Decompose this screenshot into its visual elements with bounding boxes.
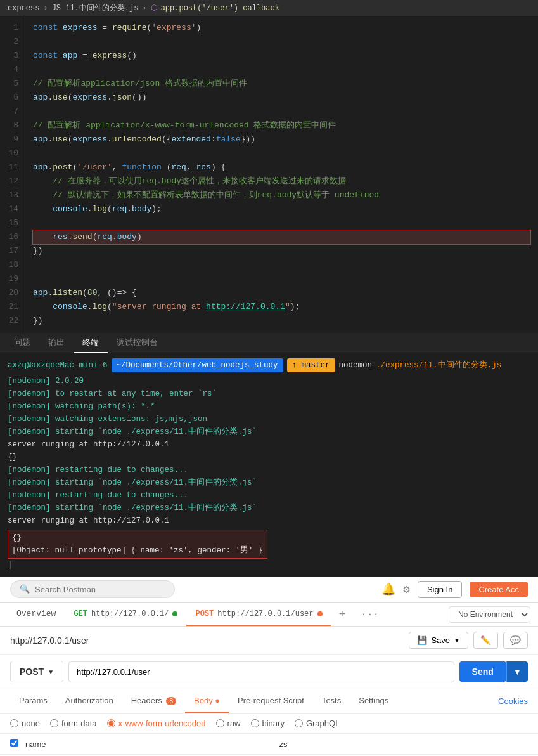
more-tabs-button[interactable]: ··· xyxy=(353,604,387,625)
terminal-tab-output[interactable]: 输出 xyxy=(39,333,74,353)
opt-binary[interactable]: binary xyxy=(251,719,285,728)
terminal-prompt: axzq@axzqdeMac-mini-6 ~/Documents/Other/… xyxy=(8,358,530,372)
code-line-8: // 配置解析 application/x-www-form-urlencode… xyxy=(33,119,530,133)
terminal-tab-debug[interactable]: 调试控制台 xyxy=(108,333,167,353)
terminal-section: 问题 输出 终端 调试控制台 axzq@axzqdeMac-mini-6 ~/D… xyxy=(0,333,538,577)
save-label: Save xyxy=(431,635,450,645)
terminal-line-3: [nodemon] watching path(s): *.* xyxy=(8,400,530,413)
post-modified-dot xyxy=(317,611,323,616)
method-selector[interactable]: POST ▼ xyxy=(10,661,63,682)
opt-raw[interactable]: raw xyxy=(216,719,241,728)
breadcrumb-js-file: JS 11.中间件的分类.js xyxy=(52,3,139,13)
code-line-1: const express = require('express') xyxy=(33,21,530,35)
get-modified-dot xyxy=(172,611,177,616)
postman-url-bar: http://127.0.0.1/user 💾 Save ▼ ✏️ 💬 xyxy=(0,627,538,655)
code-line-15 xyxy=(33,216,530,230)
breadcrumb-icon: ⬡ xyxy=(151,3,157,13)
terminal-path: ~/Documents/Other/web_nodejs_study xyxy=(112,358,283,372)
opt-none[interactable]: none xyxy=(10,719,40,728)
request-sub-tabs: Params Authorization Headers 8 Body ● Pr… xyxy=(0,689,538,714)
send-dropdown-button[interactable]: ▼ xyxy=(506,662,528,682)
code-line-10 xyxy=(33,147,530,160)
body-row-name: name zs xyxy=(0,734,538,755)
terminal-line-10: [nodemon] restarting due to changes... xyxy=(8,489,530,502)
edit-button[interactable]: ✏️ xyxy=(473,632,498,649)
code-line-11: app.post('/user', function (req, res) { xyxy=(33,160,530,174)
terminal-line-4: [nodemon] watching extensions: js,mjs,js… xyxy=(8,413,530,426)
notification-icon[interactable]: 🔔 xyxy=(381,582,395,596)
opt-graphql[interactable]: GraphQL xyxy=(295,719,340,728)
code-area: 123456 789101112 131415161718 19202122 c… xyxy=(0,16,538,333)
share-button[interactable]: 💬 xyxy=(503,632,528,649)
terminal-line-7: {} xyxy=(8,451,530,464)
name-key-cell: name xyxy=(25,740,274,749)
header-right: 🔔 ⚙️ Sign In Create Acc xyxy=(381,581,528,598)
code-line-20: app.listen(80, ()=> { xyxy=(33,286,530,300)
settings-icon[interactable]: ⚙️ xyxy=(403,582,410,596)
postman-search-box[interactable]: 🔍 xyxy=(10,580,175,598)
send-button-group: Send ▼ xyxy=(459,662,528,682)
opt-formdata[interactable]: form-data xyxy=(50,719,97,728)
name-checkbox-cell xyxy=(10,739,25,749)
method-post-label: POST xyxy=(195,609,214,618)
name-value-cell: zs xyxy=(274,740,528,749)
terminal-line-8: [nodemon] restarting due to changes... xyxy=(8,464,530,476)
environment-selector[interactable]: No Environment xyxy=(449,606,530,623)
code-editor: express › JS 11.中间件的分类.js › ⬡ app.post('… xyxy=(0,0,538,333)
req-tab-headers[interactable]: Headers 8 xyxy=(122,689,185,713)
terminal-file: ./express/11.中间件的分类.js xyxy=(376,359,501,372)
code-line-21: console.log("server runging at http://12… xyxy=(33,300,530,314)
body-fields-table: name zs gender 男 xyxy=(0,734,538,756)
save-button[interactable]: 💾 Save ▼ xyxy=(409,632,468,649)
body-dot: ● xyxy=(215,696,220,705)
req-tab-body[interactable]: Body ● xyxy=(185,689,229,713)
code-content: const express = require('express') const… xyxy=(25,16,538,333)
save-icon: 💾 xyxy=(417,635,427,645)
name-checkbox[interactable] xyxy=(10,739,18,747)
breadcrumb-express: express xyxy=(8,4,39,13)
url-actions: 💾 Save ▼ ✏️ 💬 xyxy=(409,632,528,649)
code-line-5: // 配置解析application/json 格式数据的内置中间件 xyxy=(33,77,530,91)
tab-post-url: http://127.0.0.1/user xyxy=(217,609,313,618)
tab-overview-label: Overview xyxy=(16,609,56,618)
postman-tab-get[interactable]: GET http://127.0.0.1/ xyxy=(65,603,186,626)
postman-tab-post[interactable]: POST http://127.0.0.1/user xyxy=(186,603,331,626)
terminal-cursor: | xyxy=(8,559,530,571)
req-tab-params[interactable]: Params xyxy=(10,689,56,713)
terminal-line-1: [nodemon] 2.0.20 xyxy=(8,375,530,388)
add-tab-button[interactable]: + xyxy=(331,603,354,626)
terminal-line-9: [nodemon] starting `node ./express/11.中间… xyxy=(8,476,530,489)
code-line-12: // 在服务器，可以使用req.body这个属性，来接收客户端发送过来的请求数据 xyxy=(33,174,530,188)
terminal-nodemon: nodemon xyxy=(339,359,373,372)
cookies-link[interactable]: Cookies xyxy=(498,696,528,706)
terminal-tab-terminal[interactable]: 终端 xyxy=(74,333,108,353)
req-tab-prerequest[interactable]: Pre-request Script xyxy=(229,689,313,713)
search-input[interactable] xyxy=(35,585,165,594)
postman-tab-overview[interactable]: Overview xyxy=(8,603,65,626)
postman-header: 🔍 🔔 ⚙️ Sign In Create Acc xyxy=(0,577,538,603)
opt-urlencoded[interactable]: x-www-form-urlencoded xyxy=(107,719,206,728)
terminal-branch: ↑ master xyxy=(287,358,335,372)
opt-urlencoded-label: x-www-form-urlencoded xyxy=(118,719,206,728)
terminal-tab-problems[interactable]: 问题 xyxy=(5,333,39,353)
body-options: none form-data x-www-form-urlencoded raw… xyxy=(0,714,538,734)
terminal-object-line: [Object: null prototype] { name: 'zs', g… xyxy=(12,544,263,557)
method-dropdown-icon: ▼ xyxy=(48,668,54,675)
code-line-19 xyxy=(33,272,530,286)
save-dropdown-icon[interactable]: ▼ xyxy=(454,637,460,644)
code-line-7 xyxy=(33,105,530,119)
method-label: POST xyxy=(20,667,44,677)
url-input[interactable] xyxy=(68,662,454,682)
create-account-button[interactable]: Create Acc xyxy=(470,582,528,597)
code-line-6: app.use(express.json()) xyxy=(33,91,530,105)
terminal-user: axzq@axzqdeMac-mini-6 xyxy=(8,359,108,372)
terminal-line-12: server runging at http://127.0.0.1 xyxy=(8,514,530,527)
code-line-4 xyxy=(33,63,530,77)
code-line-14: console.log(req.body); xyxy=(33,202,530,216)
send-button[interactable]: Send xyxy=(459,662,506,682)
req-tab-settings[interactable]: Settings xyxy=(350,689,397,713)
req-tab-authorization[interactable]: Authorization xyxy=(56,689,122,713)
signin-button[interactable]: Sign In xyxy=(418,581,462,598)
req-tab-tests[interactable]: Tests xyxy=(313,689,350,713)
terminal-line-6: server runging at http://127.0.0.1 xyxy=(8,438,530,451)
